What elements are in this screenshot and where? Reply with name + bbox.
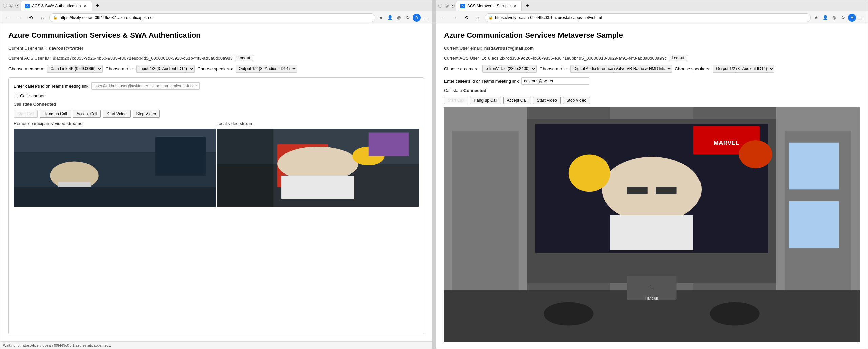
extensions-icon-2[interactable]: ◎: [830, 14, 838, 21]
video-streams-1: [14, 129, 419, 207]
user-email-row-2: Current User email: msdavrous@gmail.com: [444, 46, 860, 51]
home-btn-2[interactable]: ⌂: [473, 13, 482, 22]
echobot-row-1: Call echobot: [14, 93, 419, 98]
status-bar-1: Waiting for https://lively-ocean-09f449c…: [0, 341, 432, 349]
start-video-btn-1[interactable]: Start Video: [103, 110, 130, 118]
svg-point-23: [602, 157, 702, 222]
echobot-label-1: Call echobot: [20, 93, 44, 98]
minimize-btn-1[interactable]: —: [3, 4, 7, 8]
svg-point-37: [710, 302, 760, 325]
user-email-value-2: msdavrous@gmail.com: [484, 46, 534, 51]
svg-text:MARVEL: MARVEL: [714, 140, 739, 146]
camera-select-1[interactable]: Cam Link 4K (0fd9:0066): [47, 65, 103, 73]
call-state-value-2: Connected: [463, 88, 486, 93]
callee-section-2: Enter callee's id or Teams meeting link: [444, 77, 860, 85]
back-btn-2[interactable]: ←: [438, 13, 448, 22]
forward-btn-2[interactable]: →: [450, 13, 459, 22]
acs-id-value-1: 8:acs:2b7cd353-9d26-4b50-9835-e3671e8bb4…: [53, 56, 233, 61]
close-btn-1[interactable]: ✕: [15, 4, 19, 8]
user-avatar-1[interactable]: D: [413, 14, 421, 22]
profile-icon-2[interactable]: 👤: [822, 14, 829, 21]
browser-window-2: — □ ✕ A ACS Metaverse Sample ✕ + ← → ⟲ ⌂…: [435, 0, 868, 349]
camera-select-2[interactable]: eTronVideo (28de:2400): [482, 65, 537, 73]
acs-id-value-2: 8:acs:2b7cd353-9d26-4b50-9835-e3671e8bb4…: [488, 56, 667, 61]
bookmark-star-1[interactable]: ★: [377, 14, 385, 21]
call-state-value-1: Connected: [33, 102, 56, 107]
bookmark-star-2[interactable]: ★: [813, 14, 820, 21]
callee-label-2: Enter callee's id or Teams meeting link: [444, 79, 519, 84]
buttons-row-1: Start Call Hang up Call Accept Call Star…: [14, 110, 419, 118]
callee-input-2[interactable]: [521, 77, 589, 85]
minimize-btn-2[interactable]: —: [438, 4, 442, 8]
lock-icon-2: 🔒: [488, 15, 493, 20]
page-title-2: Azure Communication Services Metaverse S…: [444, 31, 860, 40]
svg-point-28: [739, 140, 772, 168]
tab-close-2[interactable]: ✕: [513, 4, 517, 8]
active-tab-2[interactable]: A ACS Metaverse Sample ✕: [456, 1, 522, 11]
tab-title-1: ACS & SWA Authentication: [32, 4, 81, 8]
callee-label-1: Enter callee's id or Teams meeting link: [14, 84, 88, 89]
back-btn-1[interactable]: ←: [3, 13, 13, 22]
browser-window-1: — □ ✕ A ACS & SWA Authentication ✕ + ← →…: [0, 0, 433, 349]
restore-btn-1[interactable]: □: [9, 4, 13, 8]
remote-video-svg-1: [14, 129, 216, 207]
start-video-btn-2[interactable]: Start Video: [533, 97, 560, 104]
tab-favicon-2: A: [460, 4, 465, 8]
close-btn-2[interactable]: ✕: [451, 4, 455, 8]
hang-up-call-btn-2[interactable]: Hang up Call: [470, 97, 501, 104]
tab-close-1[interactable]: ✕: [83, 4, 87, 8]
nav-icons-2: ★ 👤 ◎ ↻ M …: [813, 14, 865, 22]
new-tab-btn-2[interactable]: +: [523, 2, 531, 10]
stop-video-btn-1[interactable]: Stop Video: [133, 110, 160, 118]
camera-row-1: Choose a camera: Cam Link 4K (0fd9:0066)…: [8, 65, 424, 73]
acs-id-row-2: Current ACS User ID: 8:acs:2b7cd353-9d26…: [444, 55, 860, 61]
more-options-btn-1[interactable]: …: [422, 14, 430, 21]
nav-bar-2: ← → ⟲ ⌂ 🔒 https://lively-ocean-09f449c03…: [436, 11, 868, 24]
nav-bar-1: ← → ⟲ ⌂ 🔒 https://lively-ocean-09f449c03…: [0, 11, 432, 24]
svg-rect-32: [789, 201, 839, 248]
call-state-label-2: Call state: [444, 88, 462, 93]
echobot-checkbox-1[interactable]: [14, 94, 18, 98]
active-tab-1[interactable]: A ACS & SWA Authentication ✕: [21, 1, 92, 11]
acs-id-row-1: Current ACS User ID: 8:acs:2b7cd353-9d26…: [8, 55, 424, 61]
accept-call-btn-2[interactable]: Accept Call: [503, 97, 531, 104]
nav-icons-1: ★ 👤 ◎ ↻ D …: [377, 14, 430, 22]
address-bar-1[interactable]: 🔒 https://lively-ocean-09f449c03.1.azure…: [49, 13, 375, 22]
mic-select-2[interactable]: Digital Audio Interface (Valve VR Radio …: [570, 65, 672, 73]
svg-rect-25: [627, 187, 647, 194]
speakers-select-1[interactable]: Output 1/2 (3- Audient ID14): [236, 65, 297, 73]
start-call-btn-2[interactable]: Start Call: [444, 97, 468, 104]
page-content-2: Azure Communication Services Metaverse S…: [436, 24, 868, 349]
start-call-btn-1[interactable]: Start Call: [14, 110, 38, 118]
user-avatar-2[interactable]: M: [848, 14, 856, 22]
new-tab-btn-1[interactable]: +: [93, 2, 101, 10]
tab-title-2: ACS Metaverse Sample: [467, 4, 511, 8]
forward-btn-1[interactable]: →: [15, 13, 24, 22]
profile-icon-1[interactable]: 👤: [386, 14, 394, 21]
refresh-icon-2[interactable]: ↻: [839, 14, 847, 21]
stop-video-btn-2[interactable]: Stop Video: [563, 97, 590, 104]
home-btn-1[interactable]: ⌂: [38, 13, 47, 22]
refresh-icon-1[interactable]: ↻: [404, 14, 411, 21]
speakers-label-1: Choose speakers:: [197, 66, 233, 71]
svg-rect-11: [281, 176, 354, 199]
svg-rect-14: [217, 129, 273, 207]
reload-btn-2[interactable]: ⟲: [461, 13, 471, 22]
extensions-icon-1[interactable]: ◎: [395, 14, 402, 21]
svg-rect-24: [610, 215, 693, 250]
address-bar-2[interactable]: 🔒 https://lively-ocean-09f449c03.1.azure…: [485, 13, 811, 22]
reload-btn-1[interactable]: ⟲: [26, 13, 36, 22]
logout-btn-1[interactable]: Logout: [235, 55, 253, 61]
callee-input-1[interactable]: [91, 82, 200, 90]
hang-up-call-btn-1[interactable]: Hang up Call: [40, 110, 71, 118]
more-options-btn-2[interactable]: …: [857, 14, 865, 21]
mic-select-1[interactable]: Input 1/2 (3- Audient ID14): [136, 65, 195, 73]
status-text-1: Waiting for https://lively-ocean-09f449c…: [3, 343, 111, 347]
logout-btn-2[interactable]: Logout: [669, 55, 687, 61]
metaverse-video-area-2: MARVEL: [444, 107, 860, 342]
restore-btn-2[interactable]: □: [445, 4, 449, 8]
main-panel-1: Enter callee's id or Teams meeting link …: [8, 77, 424, 334]
svg-text:Hang up: Hang up: [645, 296, 658, 300]
accept-call-btn-1[interactable]: Accept Call: [73, 110, 101, 118]
speakers-select-2[interactable]: Output 1/2 (3- Audient ID14): [713, 65, 774, 73]
